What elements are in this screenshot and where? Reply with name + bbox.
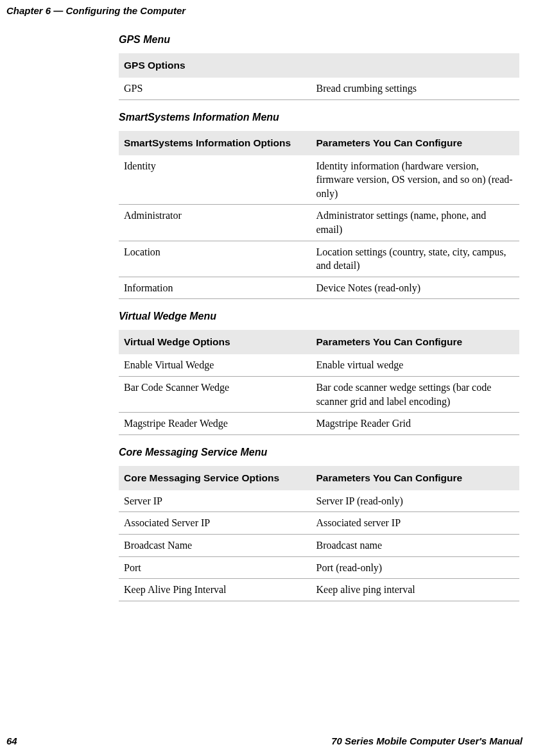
section-title-gps: GPS Menu xyxy=(119,34,519,46)
table-row: Identity Identity information (hardware … xyxy=(119,155,519,205)
section-title-smartsystems: SmartSystems Information Menu xyxy=(119,112,519,123)
cell-option: Enable Virtual Wedge xyxy=(119,354,311,376)
cell-param: Enable virtual wedge xyxy=(311,354,519,376)
cell-option: Magstripe Reader Wedge xyxy=(119,413,311,435)
chapter-header: Chapter 6 — Configuring the Computer xyxy=(6,5,523,16)
table-header-option: SmartSystems Information Options xyxy=(119,131,311,155)
table-header-param: Parameters You Can Configure xyxy=(311,330,519,354)
cell-option: Bar Code Scanner Wedge xyxy=(119,376,311,412)
table-row: Administrator Administrator settings (na… xyxy=(119,205,519,241)
cell-option: Port xyxy=(119,556,311,579)
cell-option: Administrator xyxy=(119,205,311,241)
table-row: Enable Virtual Wedge Enable virtual wedg… xyxy=(119,354,519,376)
cell-option: Identity xyxy=(119,155,311,205)
manual-title: 70 Series Mobile Computer User's Manual xyxy=(331,735,523,746)
cell-option: Information xyxy=(119,277,311,299)
table-row: Magstripe Reader Wedge Magstripe Reader … xyxy=(119,413,519,435)
cell-option: Keep Alive Ping Interval xyxy=(119,579,311,601)
table-row: Location Location settings (country, sta… xyxy=(119,241,519,277)
table-row: Associated Server IP Associated server I… xyxy=(119,512,519,535)
cell-param: Associated server IP xyxy=(311,512,519,535)
page-content: GPS Menu GPS Options GPS Bread crumbing … xyxy=(119,34,519,601)
cell-param: Broadcast name xyxy=(311,534,519,556)
cell-param: Administrator settings (name, phone, and… xyxy=(311,205,519,241)
cell-option: Broadcast Name xyxy=(119,534,311,556)
table-header-option: Core Messaging Service Options xyxy=(119,466,311,490)
table-row: Keep Alive Ping Interval Keep alive ping… xyxy=(119,579,519,601)
page-footer: 64 70 Series Mobile Computer User's Manu… xyxy=(6,735,523,746)
table-row: GPS Bread crumbing settings xyxy=(119,78,519,99)
cell-param: Device Notes (read-only) xyxy=(311,277,519,299)
cell-param: Location settings (country, state, city,… xyxy=(311,241,519,277)
section-title-virtualwedge: Virtual Wedge Menu xyxy=(119,311,519,322)
table-row: Bar Code Scanner Wedge Bar code scanner … xyxy=(119,376,519,412)
table-row: Information Device Notes (read-only) xyxy=(119,277,519,299)
table-row: Broadcast Name Broadcast name xyxy=(119,534,519,556)
table-header-param xyxy=(311,53,519,78)
virtualwedge-table: Virtual Wedge Options Parameters You Can… xyxy=(119,330,519,434)
table-header-param: Parameters You Can Configure xyxy=(311,131,519,155)
cell-param: Bread crumbing settings xyxy=(311,78,519,99)
cell-param: Server IP (read-only) xyxy=(311,490,519,512)
cell-param: Keep alive ping interval xyxy=(311,579,519,601)
smartsystems-table: SmartSystems Information Options Paramet… xyxy=(119,131,519,300)
table-row: Port Port (read-only) xyxy=(119,556,519,579)
table-header-param: Parameters You Can Configure xyxy=(311,466,519,490)
gps-table: GPS Options GPS Bread crumbing settings xyxy=(119,53,519,100)
cell-option: Location xyxy=(119,241,311,277)
cell-option: Server IP xyxy=(119,490,311,512)
table-header-option: Virtual Wedge Options xyxy=(119,330,311,354)
cell-option: GPS xyxy=(119,78,311,99)
cell-option: Associated Server IP xyxy=(119,512,311,535)
cell-param: Magstripe Reader Grid xyxy=(311,413,519,435)
page-number: 64 xyxy=(6,735,17,746)
cell-param: Bar code scanner wedge settings (bar cod… xyxy=(311,376,519,412)
section-title-coremessaging: Core Messaging Service Menu xyxy=(119,447,519,458)
coremessaging-table: Core Messaging Service Options Parameter… xyxy=(119,466,519,601)
cell-param: Identity information (hardware version, … xyxy=(311,155,519,205)
table-row: Server IP Server IP (read-only) xyxy=(119,490,519,512)
cell-param: Port (read-only) xyxy=(311,556,519,579)
table-header-option: GPS Options xyxy=(119,53,311,78)
